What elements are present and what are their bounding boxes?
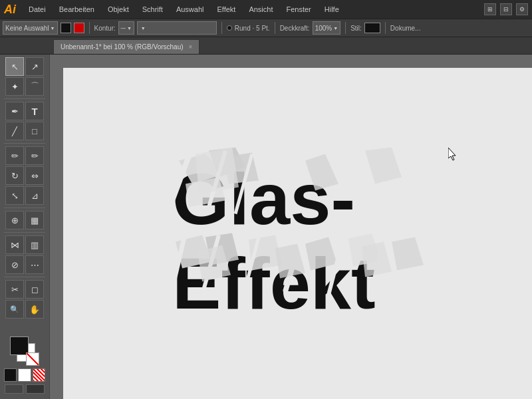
small-swatch-none[interactable] <box>33 368 45 382</box>
main-area: ↖ ↗ ✦ ⌒ ✒ T ╱ □ ✏ ✏ ↻ ⇔ ⤡ ⊿ ⊕ <box>0 55 532 399</box>
text-line-1: Glas- <box>172 148 425 235</box>
stil-color[interactable] <box>364 23 380 33</box>
tab-close-button[interactable]: × <box>189 43 193 51</box>
line-tool[interactable]: ╱ <box>5 122 24 140</box>
symbol-tool[interactable]: ⊕ <box>5 211 24 229</box>
small-swatch-white[interactable] <box>18 368 31 382</box>
workspace-icon[interactable]: ⊟ <box>500 3 512 15</box>
toolbox-separator-3 <box>4 207 45 208</box>
graph-tool[interactable]: ▦ <box>25 211 44 229</box>
svg-marker-17 <box>392 237 424 271</box>
menu-hilfe[interactable]: Hilfe <box>321 4 342 15</box>
small-swatch-black[interactable] <box>4 368 17 382</box>
zoom-tool[interactable]: 🔍 <box>5 300 24 319</box>
none-swatch[interactable] <box>26 352 39 366</box>
svg-marker-26 <box>362 242 392 277</box>
chevron-down-icon: ▼ <box>51 26 55 31</box>
direct-selection-tool[interactable]: ↗ <box>25 57 44 76</box>
menu-fenster[interactable]: Fenster <box>283 4 314 15</box>
tab-bar: Unbenannt-1* bei 100 % (RGB/Vorschau) × <box>0 37 532 55</box>
blob-brush-tool[interactable]: ✏ <box>25 146 44 165</box>
selection-tool[interactable]: ↖ <box>5 57 24 76</box>
toolbar-separator-5 <box>385 22 386 34</box>
menu-bearbeiten[interactable]: Bearbeiten <box>56 4 98 15</box>
brush-tool[interactable]: ✏ <box>5 146 24 165</box>
toolbar-separator-3 <box>275 22 275 34</box>
arrange-icon[interactable]: ⊞ <box>484 3 496 15</box>
stroke-color-box[interactable] <box>74 23 84 33</box>
menu-auswahl[interactable]: Auswahl <box>173 4 207 15</box>
menu-schrift[interactable]: Schrift <box>139 4 166 15</box>
gradient-tool[interactable]: ▥ <box>25 235 44 254</box>
menu-effekt[interactable]: Effekt <box>213 4 239 15</box>
pan-tool[interactable]: ✋ <box>25 300 44 319</box>
toolbox-separator-1 <box>4 98 45 99</box>
eyedropper-tool[interactable]: ⊘ <box>5 255 24 274</box>
menu-ansicht[interactable]: Ansicht <box>245 4 276 15</box>
blend-tool[interactable]: ⋯ <box>25 255 44 274</box>
swatch-container <box>10 336 39 366</box>
toolbar-separator-2 <box>221 22 222 34</box>
bridge-icon[interactable]: ⚙ <box>516 3 528 15</box>
scale-tool[interactable]: ⤡ <box>5 186 24 205</box>
stroke-cap-dot <box>227 25 232 31</box>
app-logo: Ai <box>4 3 16 17</box>
kontur-label: Kontur: <box>94 25 116 32</box>
toolbox-separator-4 <box>4 232 45 233</box>
menu-datei[interactable]: Datei <box>25 4 49 15</box>
opacity-dropdown[interactable]: 100% ▼ <box>313 21 341 35</box>
pen-tool[interactable]: ✒ <box>5 102 24 120</box>
toolbar-separator-4 <box>345 22 346 34</box>
document-tab[interactable]: Unbenannt-1* bei 100 % (RGB/Vorschau) × <box>53 39 200 54</box>
chevron-down-icon: ▼ <box>127 26 132 31</box>
rotate-tool[interactable]: ↻ <box>5 166 24 185</box>
stroke-style-dropdown[interactable]: ─ ▼ <box>118 21 134 35</box>
magic-wand-tool[interactable]: ✦ <box>5 77 24 96</box>
scissors-tool[interactable]: ✂ <box>5 280 24 299</box>
stil-label: Stil: <box>350 25 362 32</box>
selection-dropdown[interactable]: Keine Auswahl ▼ <box>3 21 58 35</box>
toolbar-separator <box>89 22 90 34</box>
mesh-tool[interactable]: ⋈ <box>5 235 24 254</box>
canvas: Glas- <box>63 68 532 399</box>
chevron-down-icon: ▼ <box>141 26 146 31</box>
lasso-tool[interactable]: ⌒ <box>25 77 44 96</box>
shear-tool[interactable]: ⊿ <box>25 186 44 205</box>
text-line-2: Effekt <box>172 232 452 320</box>
screen-mode-btn[interactable] <box>5 384 23 394</box>
canvas-content: Glas- <box>172 148 452 320</box>
type-tool[interactable]: T <box>25 102 44 120</box>
stroke-width-label: Rund · 5 Pt. <box>235 25 270 32</box>
fill-color-box[interactable] <box>61 23 71 33</box>
toolbox: ↖ ↗ ✦ ⌒ ✒ T ╱ □ ✏ ✏ ↻ ⇔ ⤡ ⊿ ⊕ <box>0 55 50 399</box>
opacity-label: Deckkraft: <box>280 25 310 32</box>
eraser-tool[interactable]: ◻ <box>25 280 44 299</box>
tab-title: Unbenannt-1* bei 100 % (RGB/Vorschau) <box>61 43 184 51</box>
menu-objekt[interactable]: Objekt <box>104 4 132 15</box>
draw-mode-btn[interactable] <box>26 384 45 394</box>
stroke-profile-dropdown[interactable]: ▼ <box>137 21 217 35</box>
canvas-panel[interactable]: Glas- <box>50 55 532 399</box>
reflect-tool[interactable]: ⇔ <box>25 166 44 185</box>
title-bar: Ai Datei Bearbeiten Objekt Schrift Auswa… <box>0 0 532 19</box>
svg-marker-10 <box>365 148 402 184</box>
color-area <box>1 334 48 396</box>
toolbar: Keine Auswahl ▼ Kontur: ─ ▼ ▼ Rund · 5 P… <box>0 19 532 37</box>
chevron-down-icon: ▼ <box>333 26 338 31</box>
toolbox-separator-2 <box>4 143 45 144</box>
rectangle-tool[interactable]: □ <box>25 122 44 140</box>
toolbox-separator-5 <box>4 277 45 277</box>
dokument-label: Dokume... <box>390 25 421 32</box>
svg-marker-8 <box>196 148 239 194</box>
